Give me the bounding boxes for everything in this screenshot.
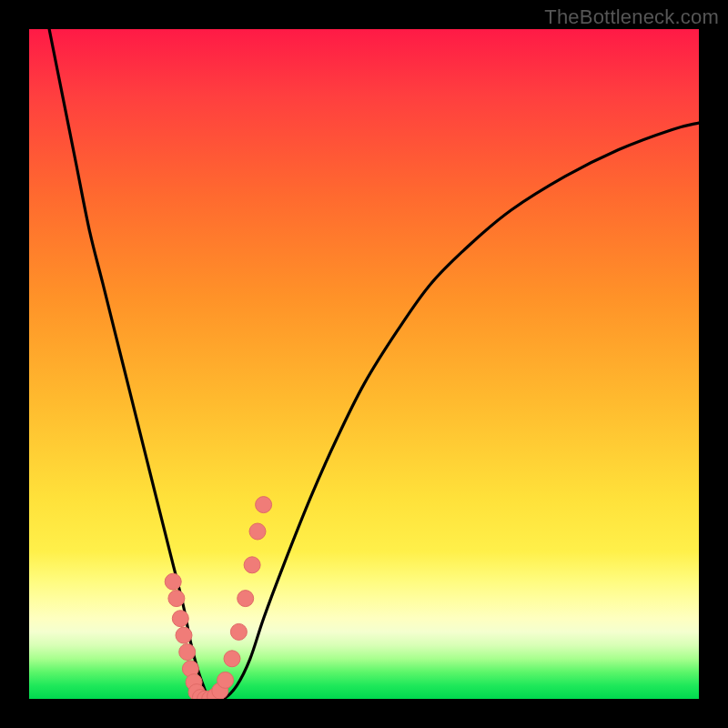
- marker-dot: [176, 627, 192, 643]
- marker-dot: [165, 573, 181, 590]
- chart-overlay-svg: [29, 29, 699, 699]
- marker-dot: [168, 591, 185, 607]
- watermark-text: TheBottleneck.com: [544, 5, 719, 29]
- bottleneck-curve: [49, 29, 699, 699]
- marker-dot: [179, 644, 196, 661]
- marker-dot: [217, 672, 234, 688]
- marker-dot: [256, 497, 272, 513]
- plot-area: [29, 29, 699, 699]
- chart-frame: TheBottleneck.com: [0, 0, 728, 728]
- marker-dot: [249, 523, 266, 540]
- marker-dot: [172, 611, 188, 627]
- marker-dot: [244, 557, 260, 573]
- marker-dot: [230, 623, 247, 640]
- marker-dot: [224, 651, 240, 667]
- marker-dot: [238, 591, 254, 607]
- highlight-markers: [165, 497, 271, 699]
